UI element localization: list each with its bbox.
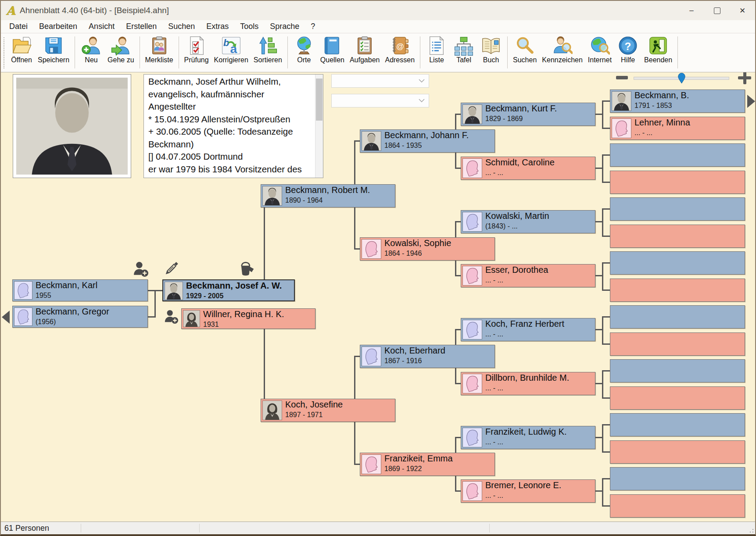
person-box-empty-26[interactable]	[610, 305, 745, 329]
person-box-lehner-minna[interactable]: Lehner, Minna... - ...	[610, 117, 745, 140]
person-box-schmidt-caroline[interactable]: Schmidt, Caroline... - ...	[461, 157, 595, 180]
person-box-empty-32[interactable]	[610, 467, 745, 490]
toolbar-button-merkliste[interactable]: Merkliste	[143, 36, 176, 64]
person-box-empty-29[interactable]	[610, 386, 745, 410]
menu-item-sprache[interactable]: Sprache	[264, 21, 305, 32]
toolbar-button-neu[interactable]: Neu	[78, 36, 105, 64]
next-person-arrow-icon[interactable]	[747, 95, 755, 108]
resize-grip[interactable]	[749, 529, 754, 533]
toolbar-button-internet[interactable]: Internet	[585, 36, 614, 64]
person-box-koch-josefine[interactable]: Koch, Josefine1897 - 1971	[261, 399, 395, 422]
correct-text-icon: ba	[221, 36, 241, 56]
person-box-empty-25[interactable]	[610, 279, 745, 302]
person-box-empty-30[interactable]	[610, 413, 745, 436]
add-spouse-icon[interactable]	[164, 309, 179, 324]
toolbar-button-buch[interactable]: Buch	[477, 36, 505, 64]
tree-connector-line	[602, 478, 603, 507]
person-box-empty-33[interactable]	[610, 494, 745, 518]
color-bucket-icon[interactable]	[237, 260, 257, 277]
zoom-slider-handle[interactable]	[678, 73, 685, 84]
portrait-silhouette-icon	[612, 118, 631, 138]
portrait-silhouette-icon	[462, 481, 482, 501]
person-box-beckmann-gregor[interactable]: Beckmann, Gregor(1956)	[12, 306, 148, 328]
menu-item-erstellen[interactable]: Erstellen	[120, 21, 162, 32]
person-box-empty-20[interactable]	[610, 143, 745, 167]
tree-connector-line	[148, 316, 155, 318]
toolbar-button-tafel[interactable]: Tafel	[450, 36, 477, 64]
zoom-out-button[interactable]	[616, 76, 628, 79]
menu-item-extras[interactable]: Extras	[201, 21, 234, 32]
person-box-empty-24[interactable]	[610, 251, 745, 275]
person-box-franzikeit-ludwig-k[interactable]: Franzikeit, Ludwig K.... - ...	[461, 426, 595, 449]
info-scrollbar[interactable]	[315, 75, 323, 178]
person-box-empty-23[interactable]	[610, 225, 745, 248]
toolbar-button-aufgaben[interactable]: Aufgaben	[347, 36, 383, 64]
person-box-empty-21[interactable]	[610, 171, 745, 194]
toolbar-button-gehe-zu[interactable]: Gehe zu	[105, 36, 136, 64]
person-box-kowalski-martin[interactable]: Kowalski, Martin(1843) - ...	[461, 210, 595, 233]
person-box-empty-31[interactable]	[610, 440, 745, 464]
toolbar-button-hilfe[interactable]: ?Hilfe	[614, 36, 641, 64]
toolbar-button-orte[interactable]: Orte	[290, 36, 318, 64]
tree-connector-line	[602, 478, 610, 479]
person-box-empty-22[interactable]	[610, 197, 745, 221]
tree-canvas[interactable]: Beckmann, Karl1955Beckmann, Gregor(1956)…	[1, 72, 755, 522]
add-person-icon[interactable]	[133, 261, 149, 277]
toolbar-button-speichern[interactable]: Speichern	[35, 36, 72, 64]
person-box-beckmann-josef-a-w[interactable]: Beckmann, Josef A. W.1929 - 2005	[162, 279, 295, 301]
folder-open-icon	[11, 36, 32, 56]
toolbar-button-korrigieren[interactable]: baKorrigieren	[211, 36, 251, 64]
person-box-beckmann-kurt-f[interactable]: Beckmann, Kurt F.1829 - 1869	[461, 103, 595, 126]
person-box-beckmann-johann-f[interactable]: Beckmann, Johann F.1864 - 1935	[360, 129, 495, 153]
edit-pencil-icon[interactable]	[163, 260, 180, 277]
toolbar-button-beenden[interactable]: Beenden	[641, 36, 675, 64]
person-box-kowalski-sophie[interactable]: Kowalski, Sophie1864 - 1946	[360, 237, 495, 261]
person-name: Lehner, Minna	[634, 118, 690, 128]
toolbar-grip[interactable]	[4, 37, 6, 68]
close-button[interactable]: ✕	[730, 1, 755, 20]
person-box-franzikeit-emma[interactable]: Franzikeit, Emma1869 - 1922	[360, 453, 495, 476]
info-scrollbar-thumb[interactable]	[316, 79, 322, 121]
menu-item-bearbeiten[interactable]: Bearbeiten	[33, 21, 83, 32]
person-dates: 1829 - 1869	[485, 115, 523, 123]
toolbar-button-adressen[interactable]: @Adressen	[382, 36, 417, 64]
person-add-icon	[81, 36, 101, 56]
tree-connector-line	[355, 356, 360, 357]
toolbar-label: Buch	[483, 56, 499, 64]
person-box-beckmann-b[interactable]: Beckmann, B.1791 - 1853	[610, 89, 745, 113]
toolbar-button-suchen[interactable]: Suchen	[510, 36, 539, 64]
toolbar-button-öffnen[interactable]: Öffnen	[8, 36, 35, 64]
person-box-beckmann-robert-m[interactable]: Beckmann, Robert M.1890 - 1964	[261, 184, 395, 207]
person-box-koch-franz-herbert[interactable]: Koch, Franz Herbert... - ...	[461, 318, 595, 341]
person-box-dillborn-brunhilde-m[interactable]: Dillborn, Brunhilde M.... - ...	[461, 372, 595, 395]
menu-item-suchen[interactable]: Suchen	[162, 21, 201, 32]
person-box-willner-regina-h-k[interactable]: Willner, Regina H. K.1931	[181, 308, 315, 329]
person-box-esser-dorothea[interactable]: Esser, Dorothea... - ...	[461, 264, 595, 287]
toolbar-label: Liste	[429, 56, 444, 64]
tree-connector-line	[602, 424, 610, 425]
person-box-koch-eberhard[interactable]: Koch, Eberhard1867 - 1916	[360, 345, 495, 368]
toolbar-button-sortieren[interactable]: Sortieren	[251, 36, 285, 64]
svg-text:?: ?	[625, 40, 631, 52]
prev-person-arrow-icon[interactable]	[2, 311, 10, 324]
menu-item-ansicht[interactable]: Ansicht	[83, 21, 120, 32]
person-dates: 1955	[36, 292, 51, 300]
person-box-empty-28[interactable]	[610, 359, 745, 382]
toolbar-button-quellen[interactable]: Quellen	[318, 36, 347, 64]
person-box-bremer-leonore-e[interactable]: Bremer, Leonore E.... - ...	[461, 479, 595, 503]
toolbar-separator	[287, 36, 288, 68]
person-box-empty-27[interactable]	[610, 332, 745, 356]
toolbar-button-liste[interactable]: Liste	[423, 36, 450, 64]
filter-dropdown-2[interactable]	[331, 94, 429, 107]
zoom-in-button[interactable]	[738, 72, 751, 84]
minimize-button[interactable]: –	[679, 1, 704, 20]
menu-item-datei[interactable]: Datei	[4, 21, 33, 32]
menu-item-item[interactable]: ?	[305, 21, 321, 32]
toolbar-button-kennzeichen[interactable]: Kennzeichen	[539, 36, 585, 64]
person-box-beckmann-karl[interactable]: Beckmann, Karl1955	[12, 279, 148, 301]
maximize-button[interactable]	[704, 1, 730, 20]
menu-item-tools[interactable]: Tools	[234, 21, 264, 32]
tree-connector-line	[602, 505, 610, 507]
filter-dropdown-1[interactable]	[331, 74, 429, 88]
toolbar-button-prüfung[interactable]: Prüfung	[182, 36, 211, 64]
